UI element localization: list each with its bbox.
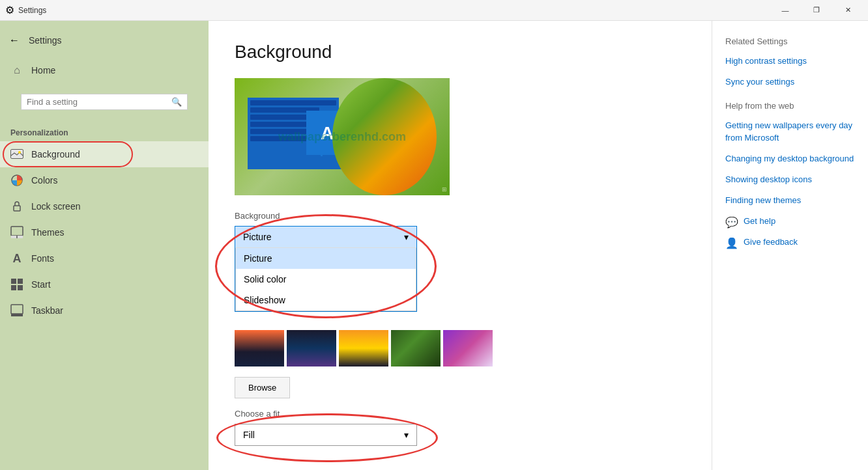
sidebar-item-start-label: Start [31,279,51,290]
give-feedback-item[interactable]: 👤 Give feedback [725,236,855,249]
right-panel: Related Settings High contrast settings … [712,21,868,470]
preview-tile [323,155,337,169]
lock-icon [10,200,23,213]
dropdown-options: Picture Solid color Slideshow [235,248,416,311]
sidebar-item-taskbar[interactable]: Taskbar [0,297,209,324]
finding-new-themes-link[interactable]: Finding new themes [725,195,855,206]
back-icon: ← [9,35,20,46]
search-input[interactable] [27,97,171,107]
background-section-label: Background [235,211,417,221]
taskbar-icon [10,304,23,317]
background-icon [10,148,23,161]
showing-desktop-icons-link[interactable]: Showing desktop icons [725,174,855,186]
sidebar-item-fonts[interactable]: A Fonts [0,245,209,271]
start-icon [10,278,23,291]
high-contrast-link[interactable]: High contrast settings [725,55,855,67]
titlebar-title: Settings [18,6,46,15]
thumbnail-4[interactable] [391,330,441,366]
help-from-web-title: Help from the web [725,101,855,111]
sidebar-item-themes[interactable]: Themes [0,219,209,245]
thumbnails-row [235,330,686,366]
page-title: Background [235,42,686,62]
back-button[interactable]: ← [5,31,23,49]
sidebar-item-background[interactable]: Background [0,141,209,167]
titlebar-controls: — ❐ ✕ [770,0,863,21]
give-feedback-icon: 👤 [725,237,738,249]
svg-rect-5 [11,227,23,236]
sidebar-item-themes-label: Themes [31,227,65,238]
thumbnail-5[interactable] [443,330,493,366]
thumbnail-1[interactable] [235,330,284,366]
dropdown-selected[interactable]: Picture ▾ [235,227,416,248]
dropdown-option-slideshow[interactable]: Slideshow [236,290,416,311]
give-feedback-link[interactable]: Give feedback [744,236,798,248]
svg-rect-10 [11,285,16,290]
search-box[interactable]: 🔍 [21,94,188,110]
sidebar-item-colors-label: Colors [31,175,57,186]
sidebar-item-lock-screen[interactable]: Lock screen [0,193,209,219]
nav-top: ← Settings [0,26,209,55]
thumbnail-2[interactable] [287,330,336,366]
getting-wallpapers-link[interactable]: Getting new wallpapers every day from Mi… [725,120,855,143]
close-button[interactable]: ✕ [833,0,863,21]
get-help-icon: 💬 [725,216,738,228]
sidebar-item-start[interactable]: Start [0,271,209,297]
fill-dropdown-section: Fill ▾ [235,424,417,446]
search-icon: 🔍 [171,97,182,107]
changing-background-link[interactable]: Changing my desktop background [725,153,855,165]
fill-dropdown[interactable]: Fill ▾ [235,424,417,446]
svg-rect-8 [11,279,16,284]
maximize-button[interactable]: ❐ [802,0,832,21]
sync-settings-link[interactable]: Sync your settings [725,76,855,88]
frog-image [332,78,450,195]
svg-point-2 [18,151,21,154]
get-help-link[interactable]: Get help [744,215,775,227]
ms-logo: ⊞ [442,186,447,193]
svg-rect-12 [11,305,23,314]
themes-icon [10,226,23,239]
titlebar-icon: ⚙ [5,4,14,16]
sidebar-item-colors[interactable]: Colors [0,167,209,193]
home-label: Home [31,65,55,76]
thumbnail-3[interactable] [339,330,388,366]
browse-button[interactable]: Browse [235,377,290,398]
sidebar-item-fonts-label: Fonts [31,253,54,264]
dropdown-option-picture[interactable]: Picture [236,248,416,269]
sidebar-item-lock-screen-label: Lock screen [31,201,80,212]
choose-fit-label: Choose a fit [235,409,686,419]
minimize-button[interactable]: — [770,0,800,21]
background-dropdown[interactable]: Picture ▾ Picture Solid color Slideshow [235,226,417,312]
fill-value: Fill [243,430,255,440]
fill-dropdown-arrow: ▾ [404,430,409,440]
preview-tile [306,155,321,169]
app-container: ← Settings ⌂ Home 🔍 Personalization [0,21,868,470]
fonts-icon: A [10,252,23,265]
settings-label: Settings [29,35,62,46]
dropdown-arrow: ▾ [404,232,409,242]
titlebar: ⚙ Settings — ❐ ✕ [0,0,868,21]
background-dropdown-section: Background Picture ▾ Picture Solid color… [235,211,417,325]
svg-rect-4 [14,206,20,211]
colors-icon [10,174,23,187]
sidebar-item-background-label: Background [31,149,80,159]
related-settings-title: Related Settings [725,36,855,46]
background-preview: Aa wallpaperberenhd.com ⊞ [235,78,450,195]
home-icon: ⌂ [10,64,23,77]
sidebar: ← Settings ⌂ Home 🔍 Personalization [0,21,209,470]
svg-rect-9 [18,279,23,284]
dropdown-selected-value: Picture [243,232,272,242]
svg-rect-11 [18,285,23,290]
dropdown-option-solid-color[interactable]: Solid color [236,269,416,290]
svg-rect-13 [11,314,23,316]
personalization-label: Personalization [0,120,209,141]
sidebar-item-taskbar-label: Taskbar [31,305,63,316]
get-help-item[interactable]: 💬 Get help [725,215,855,228]
sidebar-item-home[interactable]: ⌂ Home [0,57,209,83]
main-content: Background Aa [209,21,712,470]
